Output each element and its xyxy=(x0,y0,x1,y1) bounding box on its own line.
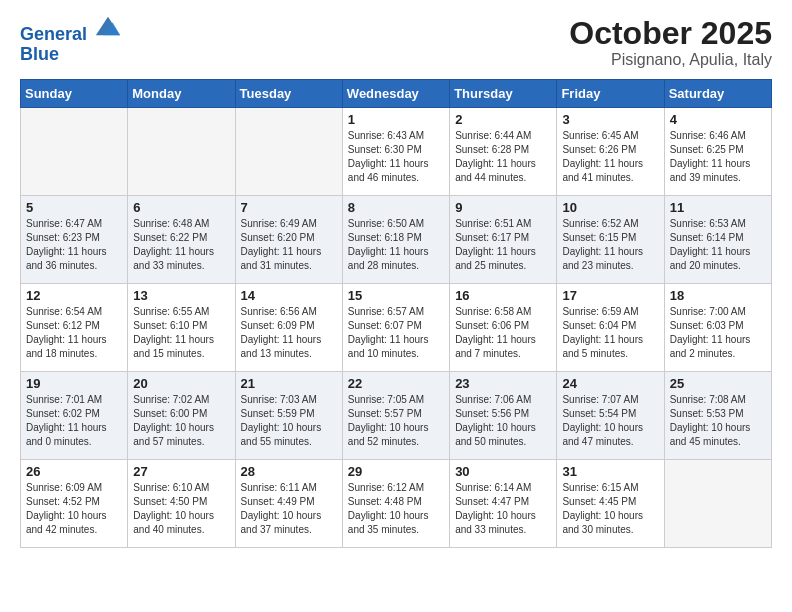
day-number: 6 xyxy=(133,200,229,215)
calendar-cell: 23Sunrise: 7:06 AM Sunset: 5:56 PM Dayli… xyxy=(450,372,557,460)
calendar-subtitle: Pisignano, Apulia, Italy xyxy=(569,51,772,69)
title-block: October 2025 Pisignano, Apulia, Italy xyxy=(569,16,772,69)
day-number: 5 xyxy=(26,200,122,215)
day-number: 22 xyxy=(348,376,444,391)
calendar-week-row: 19Sunrise: 7:01 AM Sunset: 6:02 PM Dayli… xyxy=(21,372,772,460)
day-info: Sunrise: 6:15 AM Sunset: 4:45 PM Dayligh… xyxy=(562,481,658,537)
day-info: Sunrise: 6:45 AM Sunset: 6:26 PM Dayligh… xyxy=(562,129,658,185)
day-number: 3 xyxy=(562,112,658,127)
day-number: 8 xyxy=(348,200,444,215)
calendar-cell: 5Sunrise: 6:47 AM Sunset: 6:23 PM Daylig… xyxy=(21,196,128,284)
calendar-cell: 19Sunrise: 7:01 AM Sunset: 6:02 PM Dayli… xyxy=(21,372,128,460)
day-info: Sunrise: 6:44 AM Sunset: 6:28 PM Dayligh… xyxy=(455,129,551,185)
day-info: Sunrise: 6:54 AM Sunset: 6:12 PM Dayligh… xyxy=(26,305,122,361)
day-info: Sunrise: 7:02 AM Sunset: 6:00 PM Dayligh… xyxy=(133,393,229,449)
day-info: Sunrise: 6:52 AM Sunset: 6:15 PM Dayligh… xyxy=(562,217,658,273)
day-info: Sunrise: 6:09 AM Sunset: 4:52 PM Dayligh… xyxy=(26,481,122,537)
day-info: Sunrise: 6:43 AM Sunset: 6:30 PM Dayligh… xyxy=(348,129,444,185)
calendar-cell: 25Sunrise: 7:08 AM Sunset: 5:53 PM Dayli… xyxy=(664,372,771,460)
day-info: Sunrise: 6:51 AM Sunset: 6:17 PM Dayligh… xyxy=(455,217,551,273)
day-number: 16 xyxy=(455,288,551,303)
calendar-cell: 13Sunrise: 6:55 AM Sunset: 6:10 PM Dayli… xyxy=(128,284,235,372)
day-info: Sunrise: 6:48 AM Sunset: 6:22 PM Dayligh… xyxy=(133,217,229,273)
day-number: 18 xyxy=(670,288,766,303)
day-info: Sunrise: 6:46 AM Sunset: 6:25 PM Dayligh… xyxy=(670,129,766,185)
day-number: 20 xyxy=(133,376,229,391)
calendar-week-row: 12Sunrise: 6:54 AM Sunset: 6:12 PM Dayli… xyxy=(21,284,772,372)
day-number: 1 xyxy=(348,112,444,127)
day-number: 29 xyxy=(348,464,444,479)
calendar-week-row: 5Sunrise: 6:47 AM Sunset: 6:23 PM Daylig… xyxy=(21,196,772,284)
day-info: Sunrise: 7:08 AM Sunset: 5:53 PM Dayligh… xyxy=(670,393,766,449)
day-info: Sunrise: 7:06 AM Sunset: 5:56 PM Dayligh… xyxy=(455,393,551,449)
calendar-week-row: 26Sunrise: 6:09 AM Sunset: 4:52 PM Dayli… xyxy=(21,460,772,548)
weekday-header-row: Sunday Monday Tuesday Wednesday Thursday… xyxy=(21,80,772,108)
day-info: Sunrise: 6:58 AM Sunset: 6:06 PM Dayligh… xyxy=(455,305,551,361)
day-info: Sunrise: 6:49 AM Sunset: 6:20 PM Dayligh… xyxy=(241,217,337,273)
day-number: 10 xyxy=(562,200,658,215)
day-number: 27 xyxy=(133,464,229,479)
calendar-table: Sunday Monday Tuesday Wednesday Thursday… xyxy=(20,79,772,548)
day-number: 13 xyxy=(133,288,229,303)
calendar-cell: 9Sunrise: 6:51 AM Sunset: 6:17 PM Daylig… xyxy=(450,196,557,284)
day-info: Sunrise: 6:59 AM Sunset: 6:04 PM Dayligh… xyxy=(562,305,658,361)
calendar-cell: 1Sunrise: 6:43 AM Sunset: 6:30 PM Daylig… xyxy=(342,108,449,196)
day-number: 15 xyxy=(348,288,444,303)
day-number: 31 xyxy=(562,464,658,479)
logo-general: General xyxy=(20,24,87,44)
day-number: 19 xyxy=(26,376,122,391)
calendar-cell: 29Sunrise: 6:12 AM Sunset: 4:48 PM Dayli… xyxy=(342,460,449,548)
day-info: Sunrise: 7:01 AM Sunset: 6:02 PM Dayligh… xyxy=(26,393,122,449)
calendar-cell: 7Sunrise: 6:49 AM Sunset: 6:20 PM Daylig… xyxy=(235,196,342,284)
day-number: 26 xyxy=(26,464,122,479)
calendar-cell: 3Sunrise: 6:45 AM Sunset: 6:26 PM Daylig… xyxy=(557,108,664,196)
day-number: 25 xyxy=(670,376,766,391)
calendar-cell: 30Sunrise: 6:14 AM Sunset: 4:47 PM Dayli… xyxy=(450,460,557,548)
day-info: Sunrise: 6:10 AM Sunset: 4:50 PM Dayligh… xyxy=(133,481,229,537)
calendar-cell: 2Sunrise: 6:44 AM Sunset: 6:28 PM Daylig… xyxy=(450,108,557,196)
calendar-cell: 15Sunrise: 6:57 AM Sunset: 6:07 PM Dayli… xyxy=(342,284,449,372)
page: General Blue October 2025 Pisignano, Apu… xyxy=(0,0,792,564)
day-number: 14 xyxy=(241,288,337,303)
day-info: Sunrise: 7:05 AM Sunset: 5:57 PM Dayligh… xyxy=(348,393,444,449)
logo-text: General xyxy=(20,16,122,45)
day-number: 12 xyxy=(26,288,122,303)
calendar-cell xyxy=(128,108,235,196)
day-number: 11 xyxy=(670,200,766,215)
calendar-cell xyxy=(235,108,342,196)
calendar-cell: 10Sunrise: 6:52 AM Sunset: 6:15 PM Dayli… xyxy=(557,196,664,284)
calendar-title: October 2025 xyxy=(569,16,772,51)
day-number: 7 xyxy=(241,200,337,215)
header-tuesday: Tuesday xyxy=(235,80,342,108)
calendar-cell: 27Sunrise: 6:10 AM Sunset: 4:50 PM Dayli… xyxy=(128,460,235,548)
header: General Blue October 2025 Pisignano, Apu… xyxy=(20,16,772,69)
calendar-cell: 8Sunrise: 6:50 AM Sunset: 6:18 PM Daylig… xyxy=(342,196,449,284)
calendar-cell: 18Sunrise: 7:00 AM Sunset: 6:03 PM Dayli… xyxy=(664,284,771,372)
day-info: Sunrise: 6:57 AM Sunset: 6:07 PM Dayligh… xyxy=(348,305,444,361)
logo: General Blue xyxy=(20,16,122,65)
logo-icon xyxy=(94,12,122,40)
calendar-cell: 6Sunrise: 6:48 AM Sunset: 6:22 PM Daylig… xyxy=(128,196,235,284)
day-number: 9 xyxy=(455,200,551,215)
header-thursday: Thursday xyxy=(450,80,557,108)
header-sunday: Sunday xyxy=(21,80,128,108)
day-number: 4 xyxy=(670,112,766,127)
day-info: Sunrise: 6:47 AM Sunset: 6:23 PM Dayligh… xyxy=(26,217,122,273)
day-number: 17 xyxy=(562,288,658,303)
day-number: 30 xyxy=(455,464,551,479)
calendar-cell: 22Sunrise: 7:05 AM Sunset: 5:57 PM Dayli… xyxy=(342,372,449,460)
calendar-cell xyxy=(21,108,128,196)
calendar-cell: 28Sunrise: 6:11 AM Sunset: 4:49 PM Dayli… xyxy=(235,460,342,548)
day-info: Sunrise: 6:50 AM Sunset: 6:18 PM Dayligh… xyxy=(348,217,444,273)
day-info: Sunrise: 6:11 AM Sunset: 4:49 PM Dayligh… xyxy=(241,481,337,537)
header-saturday: Saturday xyxy=(664,80,771,108)
day-number: 28 xyxy=(241,464,337,479)
day-number: 23 xyxy=(455,376,551,391)
day-info: Sunrise: 6:12 AM Sunset: 4:48 PM Dayligh… xyxy=(348,481,444,537)
calendar-cell: 24Sunrise: 7:07 AM Sunset: 5:54 PM Dayli… xyxy=(557,372,664,460)
header-friday: Friday xyxy=(557,80,664,108)
header-wednesday: Wednesday xyxy=(342,80,449,108)
day-number: 2 xyxy=(455,112,551,127)
day-info: Sunrise: 7:03 AM Sunset: 5:59 PM Dayligh… xyxy=(241,393,337,449)
calendar-cell: 31Sunrise: 6:15 AM Sunset: 4:45 PM Dayli… xyxy=(557,460,664,548)
